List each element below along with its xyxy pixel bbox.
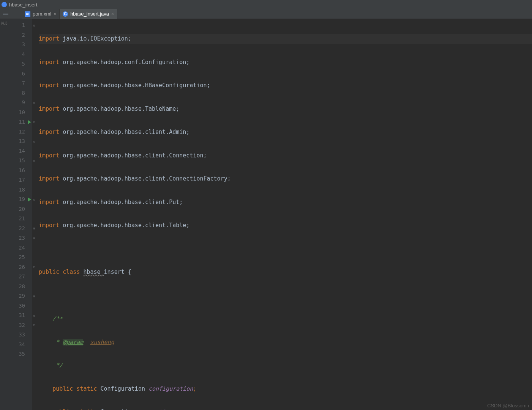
- line-number: 24: [9, 243, 32, 253]
- fold-icon[interactable]: ⊟: [32, 320, 37, 330]
- code-line: * @param xusheng: [39, 338, 532, 347]
- line-number: 20: [9, 204, 32, 214]
- line-number: 34: [9, 340, 32, 350]
- run-icon[interactable]: [28, 120, 31, 124]
- fold-icon[interactable]: ⊟: [32, 20, 37, 30]
- close-icon[interactable]: ×: [111, 11, 114, 17]
- code-line: public static Connection connection;: [39, 407, 532, 410]
- code-line: */: [39, 361, 532, 371]
- code-line: import java.io.IOException;: [39, 34, 532, 44]
- line-number: 31: [9, 311, 32, 320]
- fold-icon[interactable]: ⊞: [32, 156, 37, 166]
- code-line: public class hbase_insert {: [39, 267, 532, 277]
- editor: 1 2 3 4 5 6 7 8 9 10 11 12 13 14 15 16 1…: [0, 19, 532, 410]
- title-bar: hbase_insert: [0, 0, 532, 9]
- tab-hbase-insert[interactable]: C hbase_insert.java ×: [60, 9, 117, 19]
- code-area[interactable]: import java.io.IOException; import org.a…: [37, 19, 532, 410]
- line-number: 4: [9, 50, 32, 60]
- line-number: 1: [9, 20, 32, 30]
- line-number: 14: [9, 146, 32, 156]
- line-number: 26: [9, 262, 32, 272]
- code-line: import org.apache.hadoop.hbase.client.Co…: [39, 174, 532, 184]
- line-number: 35: [9, 349, 32, 359]
- line-number: 30: [9, 301, 32, 311]
- line-number: 33: [9, 330, 32, 340]
- line-number: 10: [9, 108, 32, 118]
- line-number: 25: [9, 253, 32, 262]
- tab-label: pom.xml: [33, 11, 51, 17]
- line-number: 28: [9, 282, 32, 292]
- code-line: public static Configuration configuratio…: [39, 384, 532, 394]
- line-number: 29: [9, 291, 32, 301]
- line-number: 17: [9, 175, 32, 185]
- fold-icon[interactable]: ⊟: [32, 195, 37, 204]
- side-label: i4.3: [1, 21, 8, 25]
- line-number: 15: [9, 156, 32, 166]
- window-title: hbase_insert: [9, 2, 37, 8]
- fold-column: ⊟ ⊞ ⊟ ⊟ ⊞ ⊟ ⊞ ⊞ ⊟ ⊞ ⊞ ⊟: [32, 19, 37, 410]
- line-number: 19: [9, 195, 32, 204]
- tab-pom[interactable]: m pom.xml ×: [22, 9, 60, 19]
- code-line: /**: [39, 314, 532, 324]
- code-line: import org.apache.hadoop.hbase.HBaseConf…: [39, 81, 532, 91]
- fold-icon[interactable]: ⊞: [32, 291, 37, 301]
- code-line: import org.apache.hadoop.hbase.client.Ta…: [39, 221, 532, 231]
- code-line: import org.apache.hadoop.conf.Configurat…: [39, 58, 532, 68]
- line-number: 7: [9, 79, 32, 88]
- line-number: 11: [9, 117, 32, 127]
- code-line: import org.apache.hadoop.hbase.client.Pu…: [39, 198, 532, 207]
- fold-icon[interactable]: ⊟: [32, 262, 37, 272]
- class-icon: C: [63, 11, 68, 17]
- line-number: 6: [9, 69, 32, 79]
- app-icon: [2, 2, 7, 7]
- fold-icon[interactable]: ⊞: [32, 98, 37, 108]
- code-line: [39, 244, 532, 254]
- close-icon[interactable]: ×: [54, 11, 56, 17]
- left-gutter: [0, 19, 9, 410]
- line-number: 3: [9, 40, 32, 50]
- line-number: 9: [9, 98, 32, 108]
- watermark: CSDN @Blossom i: [487, 403, 529, 408]
- line-number: 13: [9, 137, 32, 146]
- toolbar-row: m pom.xml × C hbase_insert.java ×: [0, 9, 532, 19]
- editor-tabs: m pom.xml × C hbase_insert.java ×: [22, 9, 117, 19]
- line-number: 8: [9, 88, 32, 98]
- fold-icon[interactable]: ⊞: [32, 311, 37, 320]
- code-line: import org.apache.hadoop.hbase.client.Co…: [39, 151, 532, 161]
- line-number: 12: [9, 127, 32, 137]
- run-icon[interactable]: [28, 198, 31, 201]
- code-line: import org.apache.hadoop.hbase.TableName…: [39, 104, 532, 114]
- fold-icon[interactable]: ⊟: [32, 137, 37, 146]
- fold-icon[interactable]: ⊞: [32, 233, 37, 243]
- fold-icon[interactable]: ⊟: [32, 117, 37, 127]
- line-numbers: 1 2 3 4 5 6 7 8 9 10 11 12 13 14 15 16 1…: [9, 19, 32, 410]
- maven-icon: m: [25, 11, 30, 17]
- line-number: 2: [9, 30, 32, 40]
- line-number: 16: [9, 166, 32, 176]
- minimize-icon[interactable]: [3, 14, 8, 14]
- line-number: 18: [9, 185, 32, 195]
- code-line: import org.apache.hadoop.hbase.client.Ad…: [39, 127, 532, 137]
- code-line: [39, 291, 532, 301]
- line-number: 21: [9, 214, 32, 224]
- line-number: 22: [9, 224, 32, 234]
- line-number: 5: [9, 59, 32, 69]
- tab-label: hbase_insert.java: [70, 11, 109, 17]
- line-number: 23: [9, 233, 32, 243]
- line-number: 27: [9, 272, 32, 282]
- line-number: 32: [9, 320, 32, 330]
- fold-icon[interactable]: ⊞: [32, 224, 37, 234]
